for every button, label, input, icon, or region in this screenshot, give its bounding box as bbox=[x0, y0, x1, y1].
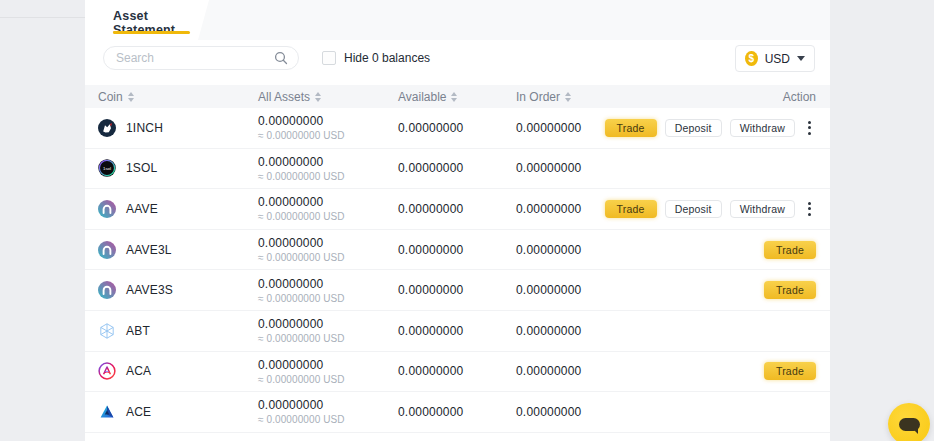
all-assets-fiat-value: ≈ 0.00000000 USD bbox=[258, 374, 398, 385]
currency-label: USD bbox=[765, 52, 790, 66]
in-order-value: 0.00000000 bbox=[516, 324, 816, 338]
all-assets-fiat-value: ≈ 0.00000000 USD bbox=[258, 414, 398, 425]
column-header-available[interactable]: Available bbox=[398, 90, 516, 104]
row-actions: Trade bbox=[764, 362, 816, 380]
active-tab-underline bbox=[113, 31, 190, 34]
row-actions: TradeDepositWithdraw bbox=[605, 199, 816, 219]
asset-rows: 1INCH 0.00000000 ≈ 0.00000000 USD 0.0000… bbox=[85, 108, 830, 433]
available-value: 0.00000000 bbox=[398, 161, 516, 175]
available-value: 0.00000000 bbox=[398, 364, 516, 378]
dollar-coin-icon: $ bbox=[745, 51, 758, 66]
table-row: ABT 0.00000000 ≈ 0.00000000 USD 0.000000… bbox=[85, 311, 830, 352]
aave-coin-icon bbox=[98, 200, 116, 218]
table-row: 1INCH 0.00000000 ≈ 0.00000000 USD 0.0000… bbox=[85, 108, 830, 149]
trade-button[interactable]: Trade bbox=[764, 241, 816, 259]
table-row: AAVE3L 0.00000000 ≈ 0.00000000 USD 0.000… bbox=[85, 230, 830, 271]
available-value: 0.00000000 bbox=[398, 243, 516, 257]
column-header-action: Action bbox=[783, 90, 816, 104]
currency-select[interactable]: $ USD bbox=[735, 45, 815, 72]
all-assets-value: 0.00000000 bbox=[258, 398, 398, 412]
coin-symbol: AAVE bbox=[126, 202, 158, 216]
search-box[interactable] bbox=[103, 46, 299, 70]
aca-coin-icon bbox=[98, 362, 116, 380]
table-row: AAVE 0.00000000 ≈ 0.00000000 USD 0.00000… bbox=[85, 189, 830, 230]
column-header-all-assets[interactable]: All Assets bbox=[258, 90, 398, 104]
more-actions-menu[interactable] bbox=[803, 118, 816, 138]
all-assets-fiat-value: ≈ 0.00000000 USD bbox=[258, 211, 398, 222]
all-assets-value: 0.00000000 bbox=[258, 277, 398, 291]
table-row: ACA 0.00000000 ≈ 0.00000000 USD 0.000000… bbox=[85, 352, 830, 393]
coin-symbol: ACA bbox=[126, 364, 151, 378]
abt-coin-icon bbox=[98, 322, 116, 340]
in-order-value: 0.00000000 bbox=[516, 364, 764, 378]
column-header-in-order[interactable]: In Order bbox=[516, 90, 783, 104]
row-actions: Trade bbox=[764, 241, 816, 259]
coin-symbol: 1SOL bbox=[126, 161, 158, 175]
more-actions-menu[interactable] bbox=[803, 199, 816, 219]
all-assets-value: 0.00000000 bbox=[258, 236, 398, 250]
all-assets-fiat-value: ≈ 0.00000000 USD bbox=[258, 130, 398, 141]
in-order-value: 0.00000000 bbox=[516, 202, 605, 216]
hide-zero-label: Hide 0 balances bbox=[344, 51, 430, 65]
trade-button[interactable]: Trade bbox=[764, 362, 816, 380]
coin-symbol: AAVE3L bbox=[126, 243, 172, 257]
row-actions: TradeDepositWithdraw bbox=[605, 118, 816, 138]
withdraw-button[interactable]: Withdraw bbox=[730, 119, 795, 137]
table-row: AAVE3S 0.00000000 ≈ 0.00000000 USD 0.000… bbox=[85, 270, 830, 311]
search-icon bbox=[274, 51, 288, 65]
chat-support-button[interactable] bbox=[888, 403, 930, 441]
chat-bubble-icon bbox=[899, 418, 920, 431]
aave3s-coin-icon bbox=[98, 281, 116, 299]
tab-bar: Asset Statement bbox=[85, 0, 830, 40]
coin-symbol: ABT bbox=[126, 324, 150, 338]
tab-asset-statement[interactable]: Asset Statement bbox=[85, 0, 209, 40]
in-order-value: 0.00000000 bbox=[516, 161, 816, 175]
in-order-value: 0.00000000 bbox=[516, 121, 605, 135]
sort-icon bbox=[128, 92, 134, 102]
available-value: 0.00000000 bbox=[398, 324, 516, 338]
all-assets-fiat-value: ≈ 0.00000000 USD bbox=[258, 171, 398, 182]
1sol-coin-icon: 1sol bbox=[98, 159, 116, 177]
trade-button[interactable]: Trade bbox=[605, 119, 657, 137]
in-order-value: 0.00000000 bbox=[516, 243, 764, 257]
sort-icon bbox=[451, 92, 457, 102]
coin-symbol: AAVE3S bbox=[126, 283, 173, 297]
all-assets-fiat-value: ≈ 0.00000000 USD bbox=[258, 333, 398, 344]
all-assets-value: 0.00000000 bbox=[258, 195, 398, 209]
deposit-button[interactable]: Deposit bbox=[665, 119, 722, 137]
all-assets-value: 0.00000000 bbox=[258, 317, 398, 331]
in-order-value: 0.00000000 bbox=[516, 405, 816, 419]
available-value: 0.00000000 bbox=[398, 283, 516, 297]
deposit-button[interactable]: Deposit bbox=[665, 200, 722, 218]
coin-symbol: ACE bbox=[126, 405, 151, 419]
coin-symbol: 1INCH bbox=[126, 121, 163, 135]
ace-coin-icon bbox=[98, 403, 116, 421]
table-header-row: Coin All Assets Available In Order Actio… bbox=[85, 85, 830, 108]
divider bbox=[0, 17, 85, 18]
all-assets-fiat-value: ≈ 0.00000000 USD bbox=[258, 252, 398, 263]
row-actions: Trade bbox=[764, 281, 816, 299]
available-value: 0.00000000 bbox=[398, 202, 516, 216]
column-header-coin[interactable]: Coin bbox=[98, 90, 258, 104]
in-order-value: 0.00000000 bbox=[516, 283, 764, 297]
asset-table-card: Hide 0 balances $ USD Coin All Assets Av… bbox=[85, 40, 830, 441]
all-assets-value: 0.00000000 bbox=[258, 155, 398, 169]
withdraw-button[interactable]: Withdraw bbox=[730, 200, 795, 218]
all-assets-value: 0.00000000 bbox=[258, 358, 398, 372]
table-toolbar: Hide 0 balances $ USD bbox=[85, 40, 830, 85]
hide-zero-balances-toggle[interactable]: Hide 0 balances bbox=[322, 51, 430, 65]
chevron-down-icon bbox=[797, 56, 805, 61]
sort-icon bbox=[315, 92, 321, 102]
available-value: 0.00000000 bbox=[398, 121, 516, 135]
table-row: ACE 0.00000000 ≈ 0.00000000 USD 0.000000… bbox=[85, 392, 830, 433]
search-input[interactable] bbox=[116, 51, 274, 65]
available-value: 0.00000000 bbox=[398, 405, 516, 419]
all-assets-value: 0.00000000 bbox=[258, 114, 398, 128]
table-row: 1sol 1SOL 0.00000000 ≈ 0.00000000 USD 0.… bbox=[85, 149, 830, 190]
trade-button[interactable]: Trade bbox=[764, 281, 816, 299]
all-assets-fiat-value: ≈ 0.00000000 USD bbox=[258, 293, 398, 304]
1inch-coin-icon bbox=[98, 119, 116, 137]
trade-button[interactable]: Trade bbox=[605, 200, 657, 218]
sort-icon bbox=[565, 92, 571, 102]
hide-zero-checkbox[interactable] bbox=[322, 51, 336, 65]
